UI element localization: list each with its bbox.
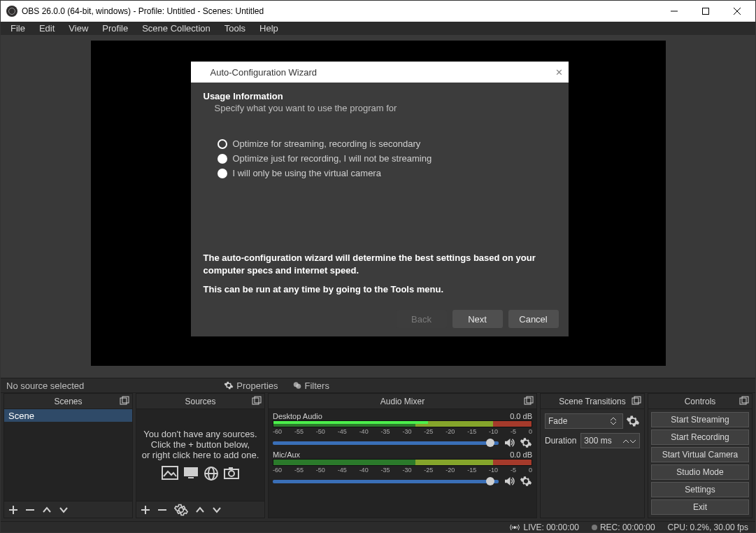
svg-point-31 [514,526,516,528]
radio-optimize-streaming[interactable]: Optimize for streaming, recording is sec… [217,138,556,149]
move-up-icon[interactable] [42,505,52,515]
broadcast-icon [509,523,520,532]
audio-meter [273,420,532,427]
preview-area: Auto-Configuration Wizard ✕ Usage Inform… [1,35,755,378]
scene-list[interactable]: Scene [4,409,132,501]
svg-rect-29 [740,398,746,404]
move-down-icon[interactable] [212,505,222,515]
sources-empty-line3: or right click here to add one. [142,450,259,460]
window-title: OBS 26.0.0 (64-bit, windows) - Profile: … [22,6,658,16]
exit-button[interactable]: Exit [651,499,749,515]
settings-button[interactable]: Settings [651,482,749,497]
svg-rect-11 [252,398,259,404]
display-icon [183,466,199,480]
properties-button[interactable]: Properties [224,381,278,391]
dialog-close-icon[interactable]: ✕ [555,67,563,78]
preview-canvas[interactable]: Auto-Configuration Wizard ✕ Usage Inform… [91,41,666,366]
minimize-button[interactable] [658,1,690,22]
audio-mixer-panel: Audio Mixer Desktop Audio0.0 dB -60-55-5… [268,393,537,518]
svg-rect-21 [229,467,233,469]
dock-icon[interactable] [739,396,749,406]
maximize-button[interactable] [690,1,721,22]
cancel-button[interactable]: Cancel [508,310,559,328]
dock-icon[interactable] [524,396,534,406]
wizard-desc-1: The auto-configuration wizard will deter… [204,252,556,276]
channel-settings-icon[interactable] [520,436,532,449]
move-down-icon[interactable] [59,505,69,515]
filters-button[interactable]: Filters [292,381,329,391]
svg-rect-7 [122,397,129,403]
obs-logo-icon [197,67,206,77]
volume-slider[interactable] [273,441,499,445]
rec-dot-icon [592,525,597,530]
image-icon [162,466,178,480]
channel-name: Mic/Aux [273,450,300,459]
statusbar: LIVE: 00:00:00 REC: 00:00:00 CPU: 0.2%, … [1,521,755,532]
radio-virtual-camera[interactable]: I will only be using the virtual camera [217,168,556,178]
svg-rect-26 [527,397,533,403]
move-up-icon[interactable] [195,505,205,515]
svg-rect-1 [702,8,708,15]
menu-file[interactable]: File [3,22,32,35]
wizard-desc-2: This can be run at any time by going to … [204,283,556,296]
channel-settings-icon[interactable] [520,475,532,488]
add-source-icon[interactable] [141,505,150,515]
transition-properties-icon[interactable] [626,414,640,428]
svg-rect-15 [188,477,194,478]
menu-view[interactable]: View [62,22,95,35]
studio-mode-button[interactable]: Studio Mode [651,464,749,480]
wizard-heading: Usage Information [204,91,556,101]
wizard-subheading: Specify what you want to use the program… [204,103,556,113]
audio-meter [273,459,532,466]
obs-logo-icon [6,6,17,17]
dock-icon[interactable] [252,396,262,406]
scene-item[interactable]: Scene [4,409,132,422]
close-button[interactable] [721,1,753,22]
dock-icon[interactable] [632,396,641,406]
channel-level: 0.0 dB [510,412,532,420]
channel-name: Desktop Audio [273,412,322,420]
start-recording-button[interactable]: Start Recording [651,429,749,445]
add-scene-icon[interactable] [8,505,18,515]
menu-tools[interactable]: Tools [217,22,252,35]
auto-config-wizard-dialog: Auto-Configuration Wizard ✕ Usage Inform… [191,62,569,336]
controls-panel: Controls Start Streaming Start Recording… [648,393,753,518]
start-virtual-camera-button[interactable]: Start Virtual Camera [651,447,749,462]
remove-scene-icon[interactable] [25,505,35,515]
radio-label: Optimize for streaming, recording is sec… [233,138,421,149]
transition-current: Fade [548,416,567,426]
rec-status: REC: 00:00:00 [600,523,655,532]
speaker-icon[interactable] [503,436,515,449]
source-properties-icon[interactable] [174,503,188,517]
mixer-channel: Desktop Audio0.0 dB -60-55-50-45-40-35-3… [273,412,532,449]
scenes-header: Scenes [54,397,82,406]
source-toolbar: No source selected Properties Filters [1,378,755,392]
controls-header: Controls [685,397,716,406]
duration-label: Duration [545,436,576,446]
menubar: File Edit View Profile Scene Collection … [1,22,755,35]
next-button[interactable]: Next [452,310,503,328]
properties-label: Properties [236,381,278,391]
dock-icon[interactable] [120,396,129,406]
duration-spinner[interactable]: 300 ms [580,433,640,448]
svg-rect-14 [184,467,198,476]
menu-edit[interactable]: Edit [32,22,62,35]
live-status: LIVE: 00:00:00 [523,523,578,532]
radio-optimize-recording[interactable]: Optimize just for recording, I will not … [217,153,556,164]
menu-profile[interactable]: Profile [95,22,135,35]
dialog-title-text: Auto-Configuration Wizard [211,67,317,78]
sources-empty[interactable]: You don't have any sources. Click the + … [136,409,264,501]
transition-select[interactable]: Fade [545,413,623,429]
volume-slider[interactable] [273,480,499,483]
start-streaming-button[interactable]: Start Streaming [651,412,749,427]
sources-header: Sources [185,397,215,406]
menu-help[interactable]: Help [252,22,285,35]
menu-scene-collection[interactable]: Scene Collection [135,22,217,35]
remove-source-icon[interactable] [157,505,167,515]
camera-icon [223,466,240,480]
cpu-status: CPU: 0.2%, 30.00 fps [668,523,748,532]
channel-level: 0.0 dB [510,450,532,459]
radio-icon [217,139,227,149]
filters-label: Filters [305,381,329,391]
speaker-icon[interactable] [503,475,515,488]
